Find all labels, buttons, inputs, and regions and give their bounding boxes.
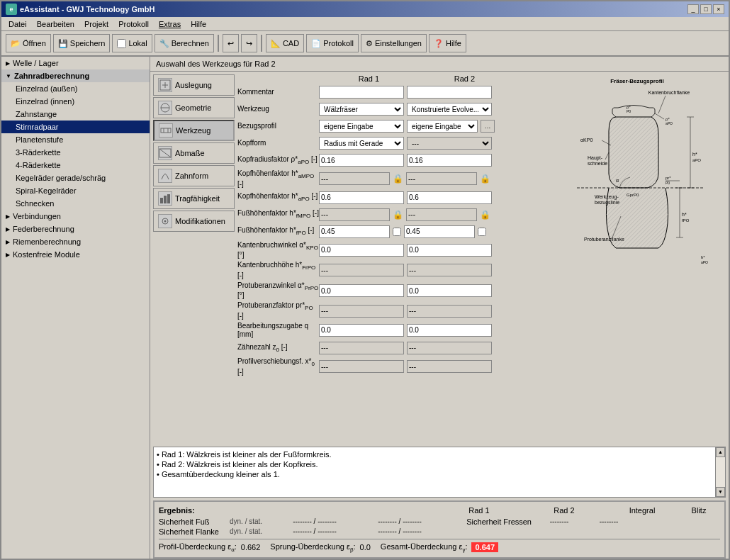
bezugsprofil-rad1-select[interactable]: eigene Eingabe — [319, 120, 404, 133]
fusshohenf-fpo-rad2-checkbox[interactable] — [478, 228, 486, 236]
kopfhohenfaktor-apo-rad2-input[interactable] — [407, 191, 492, 204]
label-kopfhohenfaktor-apo: Kopfhöhenfaktor h*aPO [-] — [237, 192, 319, 203]
sidebar-item-zahnstange[interactable]: Zahnstange — [1, 108, 150, 121]
row-kopfhohenfaktor-apo: Kopfhöhenfaktor h*aPO [-] — [237, 190, 550, 206]
bezugsprofil-extra-button[interactable]: … — [481, 120, 495, 133]
modifikationen-button[interactable]: Modifikationen — [153, 211, 235, 232]
sidebar-item-4-raeder[interactable]: 4-Räderkette — [1, 159, 150, 172]
menu-bearbeiten[interactable]: Bearbeiten — [33, 18, 79, 30]
cad-icon: 📐 — [271, 39, 281, 48]
menu-projekt[interactable]: Projekt — [80, 18, 113, 30]
maximize-button[interactable]: □ — [700, 4, 712, 14]
abmasse-button[interactable]: Abmaße — [153, 142, 235, 164]
sidebar: ▶ Welle / Lager ▼ Zahnradberechnung Einz… — [1, 57, 150, 560]
kopfhohenfaktor-apo-rad1-input[interactable] — [319, 191, 404, 204]
kantenbruchwinkel-rad2-input[interactable] — [407, 244, 492, 257]
sidebar-item-planetenstufe[interactable]: Planetenstufe — [1, 133, 150, 146]
protuberanzwinkel-rad2-input[interactable] — [407, 284, 492, 297]
sidebar-label-kostenfreie: Kostenfreie Module — [13, 250, 80, 259]
row-fusshohenf-fpo: Fußhöhenfaktor h*fPO [-] — [237, 224, 550, 240]
row-kantenbruchhohe: Kantenbruchhöhe h*FrPO [-] — [237, 261, 550, 280]
kantenbruchhohe-rad1-input — [319, 264, 404, 276]
svg-text:h*: h* — [682, 212, 687, 217]
sidebar-header-verbindungen[interactable]: ▶ Verbindungen — [1, 210, 150, 223]
diagram-svg: Fräser-Bezugsprofil Kantenbruchflanke We… — [556, 74, 719, 273]
content-header: Auswahl des Werkzeugs für Rad 2 — [150, 57, 729, 72]
calculate-button[interactable]: 🔧 Berechnen — [155, 34, 214, 52]
scroll-down-button[interactable]: ▼ — [716, 487, 725, 497]
save-button[interactable]: 💾 Speichern — [53, 34, 111, 52]
diagram-area: Fräser-Bezugsprofil Kantenbruchflanke We… — [556, 74, 726, 444]
kopfform-rad1-select[interactable]: Radius mit Gerade — [319, 137, 404, 150]
sidebar-item-schnecken[interactable]: Schnecken — [1, 197, 150, 210]
modifikationen-icon — [158, 214, 172, 228]
inputs-kopfform: Radius mit Gerade --- — [319, 137, 492, 150]
tragfahigkeit-button[interactable]: Tragfähigkeit — [153, 188, 235, 209]
sidebar-header-riemen[interactable]: ▶ Riemenberechnung — [1, 235, 150, 248]
werkzeug-rad2-select[interactable]: Konstruierte Evolve... — [407, 103, 492, 116]
werkzeug-rad1-select[interactable]: Wälzfräser — [319, 103, 404, 116]
sidebar-header-kostenfreie[interactable]: ▶ Kostenfreie Module — [1, 248, 150, 261]
menu-hilfe[interactable]: Hilfe — [186, 18, 210, 30]
menu-protokoll[interactable]: Protokoll — [114, 18, 153, 30]
result-fressen-r1: -------- — [534, 517, 584, 525]
bearbeitungszugabe-rad1-input[interactable] — [319, 324, 404, 337]
toolbar-sep-2 — [261, 35, 262, 52]
local-checkbox-container[interactable]: Lokal — [112, 34, 152, 52]
help-button[interactable]: ❓ Hilfe — [429, 34, 466, 52]
open-button[interactable]: 📂 Öffnen — [6, 34, 51, 52]
auslegung-button[interactable]: Auslegung — [153, 74, 235, 96]
svg-line-9 — [159, 149, 171, 157]
triangle-icon-kostenfreie: ▶ — [6, 252, 10, 258]
scroll-up-button[interactable]: ▲ — [716, 447, 725, 457]
fusshohenf-fpo-rad2-input[interactable] — [404, 225, 475, 238]
inputs-werkzeug: Wälzfräser Konstruierte Evolve... — [319, 103, 492, 116]
geometrie-button[interactable]: Geometrie — [153, 97, 235, 118]
result-label-flanke: Sicherheit Flanke — [159, 527, 230, 536]
sidebar-item-stirnradpaar[interactable]: Stirnradpaar — [1, 121, 150, 133]
kommentar-rad1-input[interactable] — [319, 86, 404, 99]
local-checkbox[interactable] — [117, 39, 126, 48]
sidebar-item-kegelraeder[interactable]: Kegelräder gerade/schräg — [1, 172, 150, 184]
sidebar-header-feder[interactable]: ▶ Federberechnung — [1, 223, 150, 235]
svg-text:αKP0: αKP0 — [580, 138, 593, 142]
cad-button[interactable]: 📐 CAD — [266, 34, 304, 52]
kantenbruchwinkel-rad1-input[interactable] — [319, 244, 404, 257]
close-button[interactable]: × — [713, 4, 724, 14]
bearbeitungszugabe-rad2-input[interactable] — [407, 324, 492, 337]
triangle-icon-welle: ▶ — [6, 60, 10, 67]
settings-button[interactable]: ⚙ Einstellungen — [361, 34, 427, 52]
zahnform-icon — [158, 169, 172, 183]
message-1: • Rad 1: Wälzkreis ist kleiner als der F… — [157, 450, 711, 459]
sidebar-item-3-raeder[interactable]: 3-Räderkette — [1, 146, 150, 159]
kommentar-rad2-input[interactable] — [407, 86, 492, 99]
fusshohenf-fpo-rad1-input[interactable] — [319, 225, 390, 238]
minimize-button[interactable]: _ — [687, 4, 699, 14]
lock-icon-4: 🔒 — [480, 210, 490, 220]
profil-value: 0.662 — [241, 543, 261, 551]
protuberanzwinkel-rad1-input[interactable] — [319, 284, 404, 297]
zahnform-button[interactable]: Zahnform — [153, 165, 235, 186]
werkzeug-button[interactable]: Werkzeug — [153, 120, 235, 141]
form-area: Rad 1 Rad 2 Kommentar — [237, 74, 550, 444]
sidebar-item-einzelrad-aussen[interactable]: Einzelrad (außen) — [1, 82, 150, 95]
menu-extras[interactable]: Extras — [155, 18, 185, 30]
back-button[interactable]: ↩ — [223, 34, 239, 52]
menu-datei[interactable]: Datei — [4, 18, 31, 30]
gesamt-label: Gesamt-Überdeckung εγ: — [381, 542, 468, 553]
result-flanke-r1: -------- / -------- — [272, 527, 357, 535]
bezugsprofil-rad2-select[interactable]: eigene Eingabe — [407, 120, 478, 133]
sidebar-header-zahnrad[interactable]: ▼ Zahnradberechnung — [1, 69, 150, 82]
sidebar-section-verbindungen: ▶ Verbindungen — [1, 210, 150, 223]
sidebar-header-welle[interactable]: ▶ Welle / Lager — [1, 57, 150, 69]
result-fressen-label: Sicherheit Fressen — [442, 517, 534, 526]
protokoll-button[interactable]: 📄 Protokoll — [306, 34, 359, 52]
fusshohenf-fpo-rad1-checkbox[interactable] — [393, 228, 401, 236]
window-controls: _ □ × — [687, 4, 724, 14]
forward-button[interactable]: ↪ — [241, 34, 257, 52]
sidebar-item-spiral[interactable]: Spiral-Kegelräder — [1, 184, 150, 197]
sidebar-item-einzelrad-innen[interactable]: Einzelrad (innen) — [1, 95, 150, 108]
kopfradiusfaktor-rad2-input[interactable] — [407, 154, 492, 167]
kopfradiusfaktor-rad1-input[interactable] — [319, 154, 404, 167]
inputs-kantenbruchwinkel — [319, 244, 492, 257]
